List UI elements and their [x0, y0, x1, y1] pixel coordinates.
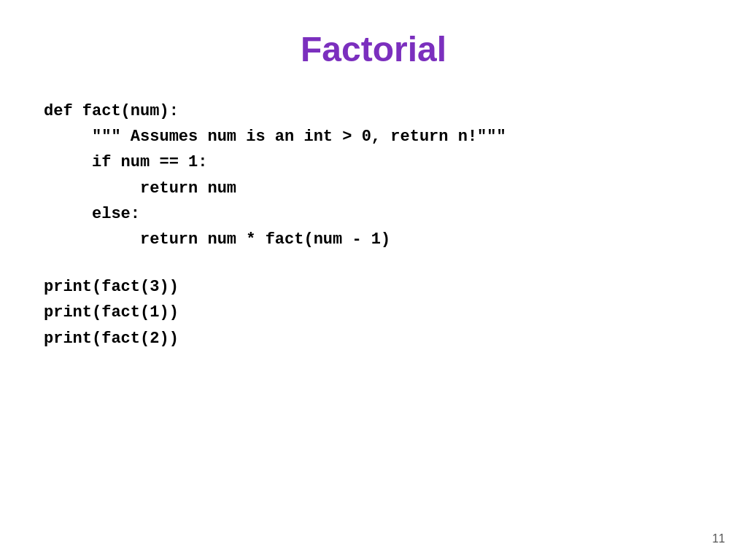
code-line-2: """ Assumes num is an int > 0, return n!… [44, 124, 703, 149]
page-number: 11 [712, 532, 725, 545]
code-line-5: else: [44, 201, 703, 227]
code-line-4: return num [44, 176, 703, 201]
code-gap [44, 252, 703, 274]
code-line-8: print(fact(1)) [44, 300, 703, 325]
code-line-3: if num == 1: [44, 149, 703, 175]
code-block: def fact(num): """ Assumes num is an int… [44, 98, 703, 351]
code-line-1: def fact(num): [44, 98, 703, 124]
code-line-6: return num * fact(num - 1) [44, 227, 703, 252]
slide-title: Factorial [44, 29, 703, 69]
code-line-7: print(fact(3)) [44, 274, 703, 300]
code-line-9: print(fact(2)) [44, 326, 703, 351]
slide-container: Factorial def fact(num): """ Assumes num… [0, 0, 747, 560]
